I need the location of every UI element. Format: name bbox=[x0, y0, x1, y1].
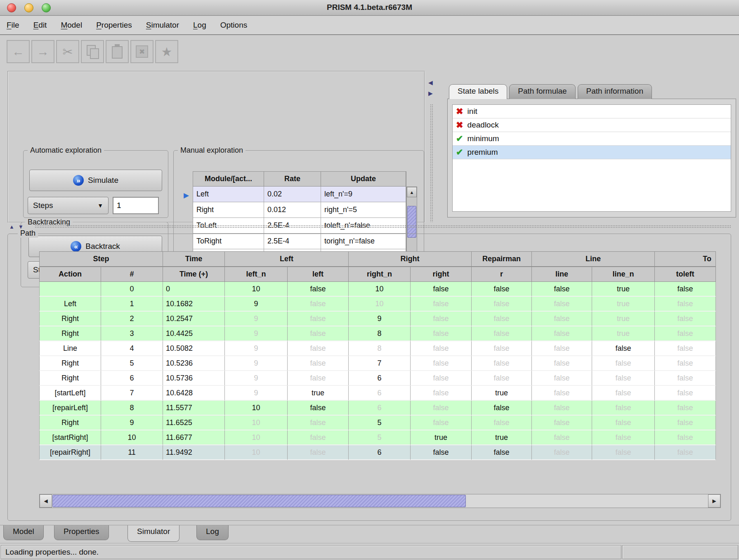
path-cell[interactable]: 9 bbox=[101, 416, 163, 430]
path-cell[interactable]: 9 bbox=[225, 326, 288, 341]
path-row[interactable]: 0010false10falsefalsefalsetruefalse bbox=[39, 282, 716, 297]
scroll-left-icon[interactable]: ◀ bbox=[40, 494, 52, 508]
auto-steps-input[interactable] bbox=[113, 197, 159, 214]
path-cell[interactable]: false bbox=[411, 356, 472, 371]
path-cell[interactable]: 11.9492 bbox=[163, 445, 225, 460]
menu-file[interactable]: File bbox=[7, 21, 19, 30]
path-cell[interactable]: false bbox=[288, 430, 349, 445]
tab-path-information[interactable]: Path information bbox=[578, 84, 652, 99]
manual-cell-rate[interactable]: 0.012 bbox=[264, 202, 321, 218]
scrollbar-thumb[interactable] bbox=[407, 206, 416, 238]
horizontal-splitter[interactable]: ▲ ▼ bbox=[7, 223, 732, 230]
path-cell[interactable]: false bbox=[411, 326, 472, 341]
path-cell[interactable]: false bbox=[411, 416, 472, 430]
path-cell[interactable]: 9 bbox=[225, 371, 288, 386]
path-cell[interactable]: true bbox=[472, 430, 532, 445]
path-cell[interactable]: 0 bbox=[101, 282, 163, 297]
path-column-header[interactable]: toleft bbox=[655, 267, 716, 282]
path-cell[interactable]: 5 bbox=[349, 430, 411, 445]
path-cell[interactable]: Left bbox=[39, 297, 101, 312]
path-cell[interactable]: false bbox=[288, 341, 349, 356]
path-cell[interactable]: false bbox=[592, 386, 655, 401]
tab-state-labels[interactable]: State labels bbox=[449, 84, 507, 99]
path-cell[interactable]: true bbox=[411, 430, 472, 445]
path-cell[interactable]: false bbox=[655, 312, 716, 326]
path-row[interactable]: Line410.50829false8falsefalsefalsefalsef… bbox=[39, 341, 716, 356]
path-cell[interactable]: [startLeft] bbox=[39, 386, 101, 401]
path-cell[interactable]: false bbox=[288, 356, 349, 371]
path-cell[interactable]: false bbox=[655, 416, 716, 430]
path-cell[interactable]: false bbox=[655, 356, 716, 371]
path-cell[interactable]: 10 bbox=[225, 401, 288, 416]
path-cell[interactable]: false bbox=[592, 341, 655, 356]
path-cell[interactable]: false bbox=[288, 401, 349, 416]
path-row[interactable]: Right210.25479false9falsefalsefalsetruef… bbox=[39, 312, 716, 326]
star-button[interactable]: ★ bbox=[155, 40, 178, 63]
path-column-header[interactable]: line_n bbox=[592, 267, 655, 282]
path-row[interactable]: [repairRight]1111.949210false6falsefalse… bbox=[39, 445, 716, 460]
path-group-header[interactable]: Line bbox=[532, 251, 655, 267]
manual-cell-update[interactable]: right_n'=5 bbox=[321, 202, 406, 218]
scrollbar-thumb[interactable] bbox=[52, 495, 466, 507]
paste-button[interactable] bbox=[106, 40, 129, 63]
path-group-header[interactable]: To bbox=[655, 251, 716, 267]
path-column-header[interactable]: r bbox=[472, 267, 532, 282]
path-row[interactable]: Right610.57369false6falsefalsefalsefalse… bbox=[39, 371, 716, 386]
path-cell[interactable]: false bbox=[532, 297, 592, 312]
path-cell[interactable]: false bbox=[472, 341, 532, 356]
path-row[interactable]: [startLeft]710.64289true6falsetruefalsef… bbox=[39, 386, 716, 401]
path-cell[interactable]: true bbox=[592, 282, 655, 297]
scroll-right-icon[interactable]: ▶ bbox=[708, 494, 720, 508]
path-column-header[interactable]: Time (+) bbox=[163, 267, 225, 282]
path-cell[interactable]: false bbox=[592, 430, 655, 445]
path-group-header[interactable]: Step bbox=[39, 251, 163, 267]
path-row[interactable]: Right510.52369false7falsefalsefalsefalse… bbox=[39, 356, 716, 371]
path-cell[interactable]: false bbox=[532, 341, 592, 356]
path-cell[interactable]: 2 bbox=[101, 312, 163, 326]
path-cell[interactable]: false bbox=[592, 445, 655, 460]
path-row[interactable]: [startRight]1011.667710false5truetruefal… bbox=[39, 430, 716, 445]
path-cell[interactable]: 10 bbox=[349, 282, 411, 297]
path-column-header[interactable]: # bbox=[101, 267, 163, 282]
path-cell[interactable]: Right bbox=[39, 312, 101, 326]
path-cell[interactable]: false bbox=[472, 282, 532, 297]
path-cell[interactable]: false bbox=[532, 326, 592, 341]
path-cell[interactable]: [startRight] bbox=[39, 430, 101, 445]
path-cell[interactable]: 10 bbox=[225, 416, 288, 430]
manual-cell-module[interactable]: Left bbox=[193, 187, 264, 202]
path-group-header[interactable]: Left bbox=[225, 251, 349, 267]
path-column-header[interactable]: Action bbox=[39, 267, 101, 282]
path-cell[interactable]: false bbox=[532, 356, 592, 371]
path-column-header[interactable]: right bbox=[411, 267, 472, 282]
path-cell[interactable]: 10 bbox=[101, 430, 163, 445]
path-cell[interactable]: true bbox=[288, 386, 349, 401]
menu-log[interactable]: Log bbox=[193, 21, 206, 30]
vertical-splitter[interactable]: ◀ ▶ bbox=[427, 75, 436, 222]
path-cell[interactable]: false bbox=[655, 386, 716, 401]
path-row[interactable]: Right911.652510false5falsefalsefalsefals… bbox=[39, 416, 716, 430]
menu-model[interactable]: Model bbox=[61, 21, 82, 30]
path-cell[interactable]: 9 bbox=[225, 297, 288, 312]
path-cell[interactable]: 10.6428 bbox=[163, 386, 225, 401]
path-cell[interactable]: 9 bbox=[225, 341, 288, 356]
path-cell[interactable]: 11.6525 bbox=[163, 416, 225, 430]
state-label-item[interactable]: ✔minimum bbox=[453, 132, 731, 146]
menu-simulator[interactable]: Simulator bbox=[146, 21, 179, 30]
path-row[interactable]: [repairLeft]811.557710false6falsefalsefa… bbox=[39, 401, 716, 416]
path-cell[interactable]: Right bbox=[39, 416, 101, 430]
path-cell[interactable]: false bbox=[532, 282, 592, 297]
path-cell[interactable]: 10 bbox=[225, 445, 288, 460]
path-cell[interactable]: false bbox=[411, 445, 472, 460]
delete-button[interactable]: ✖ bbox=[130, 40, 153, 63]
path-cell[interactable] bbox=[39, 282, 101, 297]
path-cell[interactable]: 8 bbox=[349, 326, 411, 341]
path-cell[interactable]: false bbox=[288, 371, 349, 386]
path-cell[interactable]: 4 bbox=[101, 341, 163, 356]
path-cell[interactable]: 5 bbox=[349, 416, 411, 430]
state-label-item[interactable]: ✖deadlock bbox=[453, 118, 731, 132]
path-cell[interactable]: false bbox=[532, 445, 592, 460]
path-cell[interactable]: false bbox=[655, 341, 716, 356]
path-row[interactable]: Left110.16829false10falsefalsefalsetruef… bbox=[39, 297, 716, 312]
menu-edit[interactable]: Edit bbox=[33, 21, 47, 30]
path-cell[interactable]: false bbox=[655, 326, 716, 341]
